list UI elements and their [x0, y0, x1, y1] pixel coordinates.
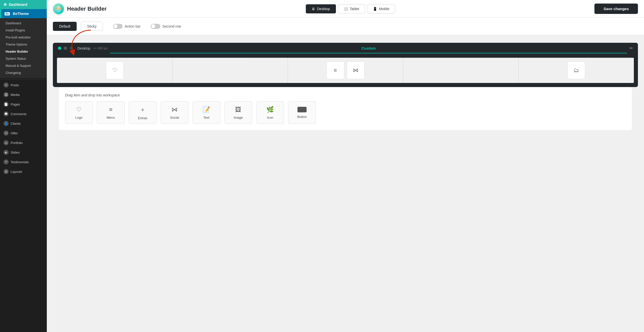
posts-icon: ✎: [4, 82, 9, 88]
save-changes-button[interactable]: Save changes: [594, 4, 638, 14]
sidebar-item-changelog[interactable]: Changelog: [0, 69, 47, 76]
mobile-icon: 📱: [373, 7, 377, 11]
second-row-toggle[interactable]: [151, 24, 160, 29]
canvas-cell-4: [403, 58, 519, 83]
sidebar-comments-label: Comments: [11, 112, 27, 116]
tablet-icon: ⬜: [344, 7, 348, 11]
sidebar-posts-label: Posts: [11, 83, 19, 87]
sidebar: ⚙ Dashboard Be BeTheme Dashboard Install…: [0, 0, 47, 332]
sidebar-item-layouts[interactable]: ⊞ Layouts: [0, 167, 47, 176]
drag-item-extras[interactable]: ＋ Extras: [129, 101, 157, 124]
sidebar-item-clients[interactable]: 👤 Clients: [0, 119, 47, 128]
sidebar-divider-1: [0, 79, 47, 79]
dashboard-icon: ⚙: [4, 3, 7, 7]
canvas-edit-icon[interactable]: ✏: [630, 46, 633, 51]
canvas-item-menu[interactable]: ≡: [327, 61, 344, 79]
mobile-button[interactable]: 📱 Mobile: [367, 4, 395, 13]
action-bar-toggle[interactable]: [113, 24, 123, 29]
drag-item-logo[interactable]: ♡ Logo: [65, 101, 93, 124]
desktop-icon: 🖥: [312, 7, 315, 11]
sidebar-testimonials-label: Testimonials: [11, 160, 29, 164]
sticky-tab[interactable]: Sticky: [81, 22, 103, 31]
mobile-label: Mobile: [379, 7, 389, 11]
drag-menu-label: Menu: [107, 116, 115, 119]
drag-menu-icon: ≡: [109, 106, 113, 113]
action-bar-label: Action bar: [125, 24, 141, 28]
sidebar-item-dashboard[interactable]: Dashboard: [0, 20, 47, 27]
canvas-item-logo[interactable]: ♡: [106, 61, 124, 79]
topbar-logo: 🧁 Header Builder: [53, 3, 107, 14]
desktop-label: Desktop: [317, 7, 330, 11]
page-title: Header Builder: [67, 6, 107, 12]
sidebar-layouts-label: Layouts: [11, 170, 22, 174]
sidebar-item-betheme[interactable]: Be BeTheme: [0, 9, 47, 18]
default-tab[interactable]: Default: [53, 22, 77, 31]
sidebar-item-slides[interactable]: ▶ Slides: [0, 148, 47, 157]
drag-text-label: Text: [203, 116, 209, 119]
sidebar-item-install-plugins[interactable]: Install Plugins: [0, 27, 47, 34]
drag-social-icon: ⋈: [171, 106, 178, 113]
drag-logo-label: Logo: [75, 116, 83, 119]
dot-gray-2: [70, 47, 73, 50]
drag-logo-icon: ♡: [76, 106, 82, 113]
layouts-icon: ⊞: [4, 169, 9, 174]
drag-text-icon: 📝: [203, 106, 210, 113]
dot-green: [58, 47, 61, 50]
sidebar-item-prebuilt[interactable]: Pre-built websites: [0, 34, 47, 41]
desktop-button[interactable]: 🖥 Desktop: [306, 4, 336, 13]
drag-extras-icon: ＋: [140, 106, 146, 114]
drag-icon-label: Icon: [267, 116, 273, 119]
canvas-cell-1: ♡: [57, 58, 173, 83]
sidebar-sub-items: Dashboard Install Plugins Pre-built webs…: [0, 18, 47, 78]
pages-icon: 📄: [4, 102, 9, 107]
tablet-label: Tablet: [350, 7, 359, 11]
sidebar-item-media[interactable]: 🖼 Media: [0, 90, 47, 99]
drag-item-icon[interactable]: 🌿 Icon: [256, 101, 284, 124]
sidebar-clients-label: Clients: [11, 122, 21, 126]
action-bar-toggle-group: Action bar: [113, 24, 141, 29]
sidebar-slides-label: Slides: [11, 151, 19, 154]
sidebar-item-offer[interactable]: 🏷 Offer: [0, 128, 47, 138]
sidebar-item-portfolio[interactable]: 🗂 Portfolio: [0, 138, 47, 148]
second-row-label: Second row: [162, 24, 181, 28]
comments-icon: 💬: [4, 111, 9, 116]
drag-item-social[interactable]: ⋈ Social: [161, 101, 188, 124]
sidebar-item-theme-options[interactable]: Theme Options: [0, 41, 47, 48]
sidebar-portfolio-label: Portfolio: [11, 141, 23, 145]
topbar: 🧁 Header Builder 🖥 Desktop ⬜ Tablet 📱 Mo…: [47, 0, 644, 18]
sidebar-item-system-status[interactable]: System Status: [0, 55, 47, 62]
dot-gray-1: [64, 47, 67, 50]
portfolio-icon: 🗂: [4, 140, 9, 145]
canvas-item-extras[interactable]: 🗂: [567, 61, 585, 79]
drag-items-list: ♡ Logo ≡ Menu ＋ Extras ⋈ Social: [65, 101, 626, 124]
canvas-header: Desktop >= 960 px Custom ✏: [53, 43, 638, 54]
drag-item-text[interactable]: 📝 Text: [192, 101, 220, 124]
content-area: Default Sticky Action bar Second row: [47, 18, 644, 332]
clients-icon: 👤: [4, 121, 9, 126]
second-row-toggle-group: Second row: [151, 24, 181, 29]
sidebar-media-label: Media: [11, 93, 19, 97]
offer-icon: 🏷: [4, 131, 9, 136]
sidebar-item-header-builder[interactable]: Header Builder: [0, 48, 47, 55]
drag-item-button[interactable]: Button: [288, 101, 316, 124]
sidebar-item-posts[interactable]: ✎ Posts: [0, 80, 47, 90]
sidebar-item-pages[interactable]: 📄 Pages: [0, 99, 47, 109]
drag-image-label: Image: [234, 116, 243, 119]
sidebar-item-manual-support[interactable]: Manual & Support: [0, 62, 47, 69]
drag-item-menu[interactable]: ≡ Menu: [97, 101, 125, 124]
canvas-item-social[interactable]: ⋈: [347, 61, 364, 79]
builder-canvas: Desktop >= 960 px Custom ✏ ♡ ≡ ⋈: [53, 43, 638, 87]
sidebar-item-dashboard-top[interactable]: ⚙ Dashboard: [0, 0, 47, 9]
drag-image-icon: 🖼: [235, 106, 241, 113]
sidebar-item-testimonials[interactable]: ❝ Testimonials: [0, 157, 47, 167]
device-switcher: 🖥 Desktop ⬜ Tablet 📱 Mobile: [111, 4, 590, 13]
sidebar-item-comments[interactable]: 💬 Comments: [0, 109, 47, 119]
drag-item-image[interactable]: 🖼 Image: [224, 101, 252, 124]
canvas-cell-5: 🗂: [519, 58, 634, 83]
drag-extras-label: Extras: [138, 116, 147, 120]
tablet-button[interactable]: ⬜ Tablet: [338, 4, 365, 13]
logo-emoji: 🧁: [55, 6, 62, 12]
drag-icon-icon: 🌿: [266, 106, 274, 113]
canvas-device-label: Desktop: [77, 46, 90, 50]
sidebar-offer-label: Offer: [11, 131, 18, 135]
